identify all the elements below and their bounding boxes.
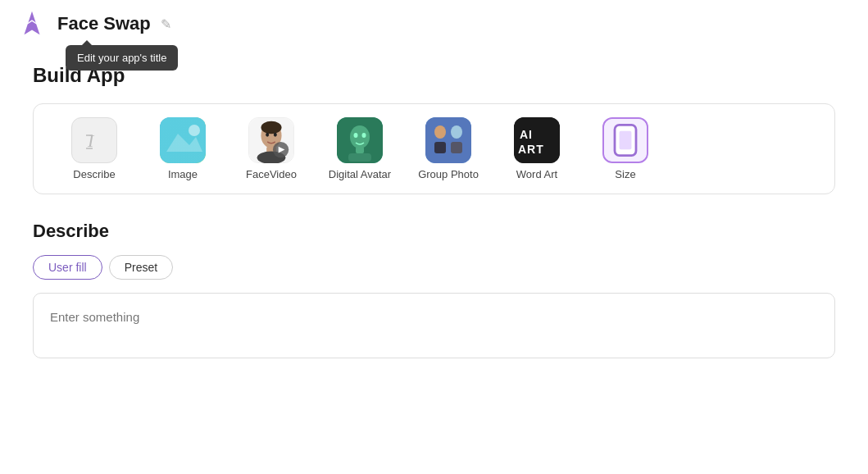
tabs-container: User fill Preset bbox=[33, 255, 835, 280]
describe-section-title: Describe bbox=[33, 221, 835, 242]
tool-image[interactable]: Image bbox=[142, 117, 224, 180]
edit-title-tooltip: Edit your app's title bbox=[66, 45, 178, 71]
svg-point-8 bbox=[261, 121, 281, 134]
describe-icon: I bbox=[71, 117, 117, 163]
header: Face Swap ✎ Edit your app's title bbox=[0, 0, 868, 48]
svg-rect-20 bbox=[348, 153, 371, 162]
describe-label: Describe bbox=[73, 168, 115, 180]
svg-rect-31 bbox=[620, 131, 632, 149]
tool-wordart[interactable]: AI ART Word Art bbox=[496, 117, 578, 180]
edit-title-icon[interactable]: ✎ bbox=[161, 16, 171, 32]
tool-groupphoto[interactable]: Group Photo bbox=[407, 117, 489, 180]
app-logo-icon bbox=[16, 8, 48, 39]
image-label: Image bbox=[168, 168, 198, 180]
main-content: Build App I Describe bbox=[0, 48, 868, 378]
groupphoto-icon bbox=[425, 117, 471, 163]
describe-input[interactable] bbox=[33, 293, 835, 358]
digitalavatar-label: Digital Avatar bbox=[329, 168, 391, 180]
tool-facevideo[interactable]: FaceVideo bbox=[230, 117, 312, 180]
svg-rect-23 bbox=[434, 142, 446, 153]
svg-point-22 bbox=[434, 125, 446, 139]
svg-point-17 bbox=[354, 133, 358, 138]
svg-point-16 bbox=[350, 125, 370, 148]
facevideo-icon bbox=[248, 117, 294, 163]
app-title: Face Swap bbox=[57, 13, 151, 34]
svg-point-10 bbox=[274, 133, 277, 137]
svg-rect-19 bbox=[356, 147, 364, 153]
tool-size[interactable]: Size bbox=[584, 117, 666, 180]
groupphoto-label: Group Photo bbox=[418, 168, 479, 180]
size-label: Size bbox=[615, 168, 635, 180]
tool-digitalavatar[interactable]: Digital Avatar bbox=[319, 117, 401, 180]
digitalavatar-icon bbox=[337, 117, 383, 163]
tools-strip: I Describe bbox=[33, 103, 835, 194]
wordart-label: Word Art bbox=[516, 168, 557, 180]
size-icon bbox=[602, 117, 648, 163]
tab-user-fill[interactable]: User fill bbox=[33, 255, 102, 280]
svg-rect-25 bbox=[451, 142, 462, 153]
tool-describe[interactable]: I Describe bbox=[53, 117, 135, 180]
svg-point-24 bbox=[451, 125, 462, 139]
svg-point-18 bbox=[362, 133, 366, 138]
wordart-icon: AI ART bbox=[514, 117, 560, 163]
tab-preset[interactable]: Preset bbox=[109, 255, 173, 280]
svg-text:ART: ART bbox=[518, 143, 544, 156]
facevideo-label: FaceVideo bbox=[246, 168, 297, 180]
svg-rect-21 bbox=[425, 117, 471, 163]
svg-point-9 bbox=[266, 133, 269, 137]
svg-text:AI: AI bbox=[520, 128, 533, 141]
image-icon bbox=[160, 117, 206, 163]
svg-point-5 bbox=[189, 125, 200, 136]
